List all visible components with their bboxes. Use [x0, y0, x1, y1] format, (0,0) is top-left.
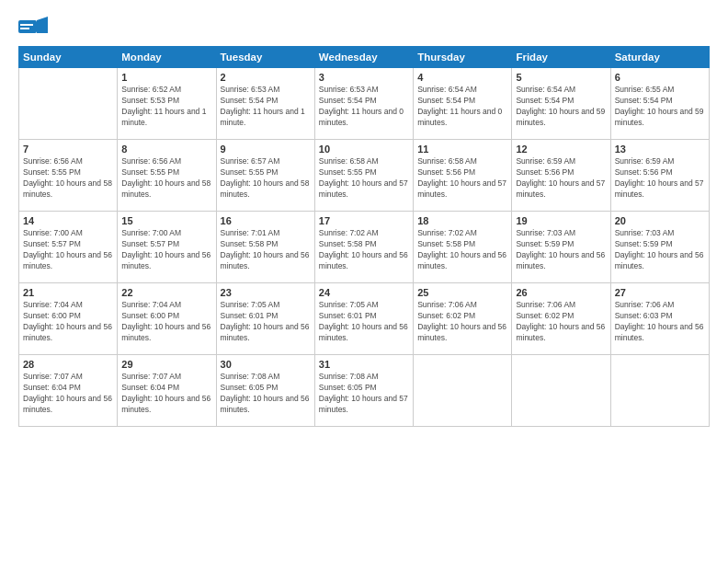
day-number: 8	[121, 144, 211, 155]
cell-info: Sunrise: 7:07 AMSunset: 6:04 PMDaylight:…	[121, 372, 211, 416]
calendar-cell: 11Sunrise: 6:58 AMSunset: 5:56 PMDayligh…	[414, 140, 512, 212]
calendar-cell: 18Sunrise: 7:02 AMSunset: 5:58 PMDayligh…	[414, 212, 512, 283]
cell-info: Sunrise: 6:53 AMSunset: 5:54 PMDaylight:…	[319, 85, 409, 129]
logo	[18, 17, 51, 37]
week-row-1: 7Sunrise: 6:56 AMSunset: 5:55 PMDaylight…	[19, 140, 710, 212]
week-row-0: 1Sunrise: 6:52 AMSunset: 5:53 PMDaylight…	[19, 68, 710, 140]
cell-info: Sunrise: 6:57 AMSunset: 5:55 PMDaylight:…	[221, 156, 311, 201]
day-number: 25	[417, 287, 507, 298]
day-number: 5	[516, 72, 606, 83]
svg-marker-1	[37, 17, 48, 33]
page: SundayMondayTuesdayWednesdayThursdayFrid…	[0, 0, 728, 563]
cell-info: Sunrise: 6:53 AMSunset: 5:54 PMDaylight:…	[221, 85, 311, 129]
cell-info: Sunrise: 7:06 AMSunset: 6:03 PMDaylight:…	[615, 300, 705, 344]
calendar-cell: 14Sunrise: 7:00 AMSunset: 5:57 PMDayligh…	[19, 212, 118, 283]
day-number: 31	[319, 359, 409, 370]
cell-info: Sunrise: 6:56 AMSunset: 5:55 PMDaylight:…	[121, 156, 211, 201]
calendar-cell: 21Sunrise: 7:04 AMSunset: 6:00 PMDayligh…	[19, 283, 118, 355]
week-row-3: 21Sunrise: 7:04 AMSunset: 6:00 PMDayligh…	[19, 283, 710, 355]
calendar-cell: 4Sunrise: 6:54 AMSunset: 5:54 PMDaylight…	[414, 68, 512, 140]
calendar-cell: 12Sunrise: 6:59 AMSunset: 5:56 PMDayligh…	[512, 140, 610, 212]
cell-info: Sunrise: 7:02 AMSunset: 5:58 PMDaylight:…	[417, 228, 507, 272]
day-number: 21	[23, 287, 113, 298]
header	[18, 17, 710, 37]
day-number: 9	[221, 144, 311, 155]
calendar-cell: 19Sunrise: 7:03 AMSunset: 5:59 PMDayligh…	[512, 212, 610, 283]
calendar-cell: 1Sunrise: 6:52 AMSunset: 5:53 PMDaylight…	[118, 68, 216, 140]
calendar-cell: 3Sunrise: 6:53 AMSunset: 5:54 PMDaylight…	[314, 68, 413, 140]
cell-info: Sunrise: 7:06 AMSunset: 6:02 PMDaylight:…	[516, 300, 606, 344]
day-number: 12	[516, 144, 606, 155]
day-number: 22	[121, 287, 211, 298]
cell-info: Sunrise: 7:05 AMSunset: 6:01 PMDaylight:…	[221, 300, 311, 344]
calendar-cell	[414, 355, 512, 427]
svg-rect-0	[18, 20, 37, 33]
day-number: 26	[516, 287, 606, 298]
cell-info: Sunrise: 7:08 AMSunset: 6:05 PMDaylight:…	[319, 372, 409, 416]
calendar-cell: 9Sunrise: 6:57 AMSunset: 5:55 PMDaylight…	[216, 140, 314, 212]
day-number: 30	[221, 359, 311, 370]
cell-info: Sunrise: 6:58 AMSunset: 5:55 PMDaylight:…	[319, 156, 409, 201]
day-number: 15	[121, 215, 211, 226]
calendar-cell: 17Sunrise: 7:02 AMSunset: 5:58 PMDayligh…	[314, 212, 413, 283]
calendar-cell: 6Sunrise: 6:55 AMSunset: 5:54 PMDaylight…	[610, 68, 709, 140]
weekday-header-tuesday: Tuesday	[216, 47, 314, 68]
cell-info: Sunrise: 7:08 AMSunset: 6:05 PMDaylight:…	[221, 372, 311, 416]
calendar-cell: 24Sunrise: 7:05 AMSunset: 6:01 PMDayligh…	[314, 283, 413, 355]
calendar-cell: 15Sunrise: 7:00 AMSunset: 5:57 PMDayligh…	[118, 212, 216, 283]
week-row-4: 28Sunrise: 7:07 AMSunset: 6:04 PMDayligh…	[19, 355, 710, 427]
calendar-cell: 28Sunrise: 7:07 AMSunset: 6:04 PMDayligh…	[19, 355, 118, 427]
day-number: 13	[615, 144, 705, 155]
cell-info: Sunrise: 7:03 AMSunset: 5:59 PMDaylight:…	[516, 228, 606, 272]
day-number: 17	[319, 215, 409, 226]
calendar-cell: 27Sunrise: 7:06 AMSunset: 6:03 PMDayligh…	[610, 283, 709, 355]
day-number: 27	[615, 287, 705, 298]
day-number: 28	[23, 359, 113, 370]
cell-info: Sunrise: 6:55 AMSunset: 5:54 PMDaylight:…	[615, 85, 705, 129]
weekday-header-wednesday: Wednesday	[314, 47, 413, 68]
calendar-cell: 25Sunrise: 7:06 AMSunset: 6:02 PMDayligh…	[414, 283, 512, 355]
day-number: 19	[516, 215, 606, 226]
day-number: 2	[221, 72, 311, 83]
calendar-cell: 31Sunrise: 7:08 AMSunset: 6:05 PMDayligh…	[314, 355, 413, 427]
calendar-cell	[512, 355, 610, 427]
weekday-header-monday: Monday	[118, 47, 216, 68]
day-number: 4	[417, 72, 507, 83]
day-number: 11	[417, 144, 507, 155]
day-number: 29	[121, 359, 211, 370]
weekday-header-saturday: Saturday	[610, 47, 709, 68]
day-number: 20	[615, 215, 705, 226]
cell-info: Sunrise: 7:06 AMSunset: 6:02 PMDaylight:…	[417, 300, 507, 344]
calendar-cell: 23Sunrise: 7:05 AMSunset: 6:01 PMDayligh…	[216, 283, 314, 355]
calendar-cell: 5Sunrise: 6:54 AMSunset: 5:54 PMDaylight…	[512, 68, 610, 140]
day-number: 7	[23, 144, 113, 155]
logo-icon	[18, 17, 48, 37]
cell-info: Sunrise: 7:03 AMSunset: 5:59 PMDaylight:…	[615, 228, 705, 272]
cell-info: Sunrise: 6:56 AMSunset: 5:55 PMDaylight:…	[23, 156, 113, 201]
day-number: 24	[319, 287, 409, 298]
cell-info: Sunrise: 7:07 AMSunset: 6:04 PMDaylight:…	[23, 372, 113, 416]
cell-info: Sunrise: 6:54 AMSunset: 5:54 PMDaylight:…	[516, 85, 606, 129]
day-number: 1	[121, 72, 211, 83]
cell-info: Sunrise: 7:00 AMSunset: 5:57 PMDaylight:…	[121, 228, 211, 272]
calendar-cell: 22Sunrise: 7:04 AMSunset: 6:00 PMDayligh…	[118, 283, 216, 355]
svg-rect-3	[20, 28, 29, 29]
weekday-header-thursday: Thursday	[414, 47, 512, 68]
cell-info: Sunrise: 6:59 AMSunset: 5:56 PMDaylight:…	[615, 156, 705, 201]
calendar-cell: 29Sunrise: 7:07 AMSunset: 6:04 PMDayligh…	[118, 355, 216, 427]
day-number: 6	[615, 72, 705, 83]
calendar-cell	[610, 355, 709, 427]
cell-info: Sunrise: 6:52 AMSunset: 5:53 PMDaylight:…	[121, 85, 211, 129]
day-number: 18	[417, 215, 507, 226]
cell-info: Sunrise: 6:58 AMSunset: 5:56 PMDaylight:…	[417, 156, 507, 201]
weekday-header-row: SundayMondayTuesdayWednesdayThursdayFrid…	[19, 47, 710, 68]
cell-info: Sunrise: 6:54 AMSunset: 5:54 PMDaylight:…	[417, 85, 507, 129]
cell-info: Sunrise: 7:01 AMSunset: 5:58 PMDaylight:…	[221, 228, 311, 272]
weekday-header-sunday: Sunday	[19, 47, 118, 68]
day-number: 14	[23, 215, 113, 226]
week-row-2: 14Sunrise: 7:00 AMSunset: 5:57 PMDayligh…	[19, 212, 710, 283]
day-number: 23	[221, 287, 311, 298]
calendar-cell: 16Sunrise: 7:01 AMSunset: 5:58 PMDayligh…	[216, 212, 314, 283]
calendar-cell: 26Sunrise: 7:06 AMSunset: 6:02 PMDayligh…	[512, 283, 610, 355]
weekday-header-friday: Friday	[512, 47, 610, 68]
